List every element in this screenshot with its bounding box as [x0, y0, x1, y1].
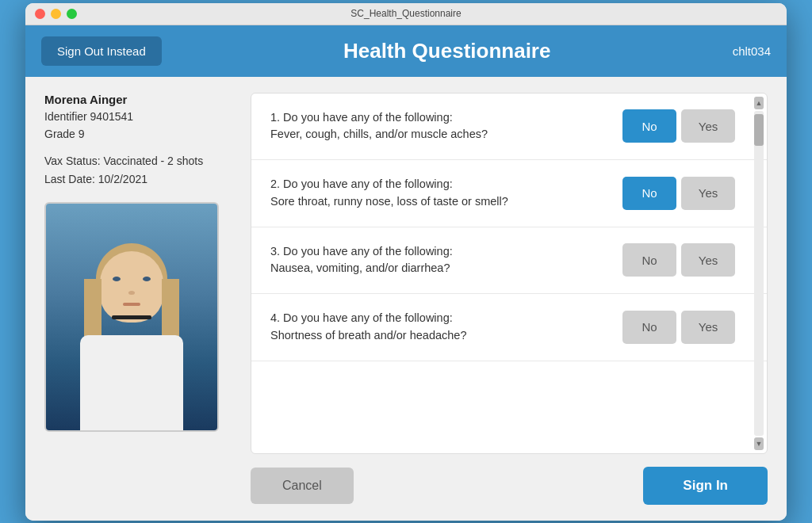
user-id-label: chlt034 — [733, 44, 771, 58]
main-content: Morena Ainger Identifier 9401541 Grade 9… — [25, 77, 787, 521]
student-name: Morena Ainger — [44, 93, 235, 106]
student-vax-status: Vax Status: Vaccinated - 2 shots — [44, 152, 235, 170]
question-1-no-button[interactable]: No — [622, 109, 676, 143]
student-identifier: Identifier 9401541 — [44, 108, 235, 125]
close-button[interactable] — [35, 9, 45, 19]
question-row-2: 2. Do you have any of the following:Sore… — [251, 160, 767, 227]
answer-buttons-3: No Yes — [622, 243, 735, 277]
question-1-yes-button[interactable]: Yes — [681, 109, 735, 143]
face — [100, 251, 163, 323]
student-figure — [46, 204, 217, 430]
student-photo — [44, 202, 219, 432]
right-eye — [143, 277, 151, 281]
scrollbar[interactable]: ▲ ▼ — [754, 97, 764, 450]
right-panel: 1. Do you have any of the following:Feve… — [251, 93, 768, 505]
window-title: SC_Health_Questionnaire — [350, 8, 461, 19]
titlebar: SC_Health_Questionnaire — [25, 3, 787, 25]
left-panel: Morena Ainger Identifier 9401541 Grade 9… — [44, 93, 251, 505]
answer-buttons-2: No Yes — [622, 177, 735, 210]
app-header: Sign Out Instead Health Questionnaire ch… — [25, 25, 787, 77]
question-text-2: 2. Do you have any of the following:Sore… — [270, 176, 603, 211]
sign-in-button[interactable]: Sign In — [643, 467, 768, 505]
left-eye — [113, 277, 121, 281]
student-info: Morena Ainger Identifier 9401541 Grade 9… — [44, 93, 235, 189]
scroll-down-button[interactable]: ▼ — [754, 437, 764, 450]
app-window: SC_Health_Questionnaire Sign Out Instead… — [25, 3, 787, 521]
question-2-yes-button[interactable]: Yes — [681, 177, 735, 210]
question-4-yes-button[interactable]: Yes — [681, 311, 735, 344]
question-text-1: 1. Do you have any of the following:Feve… — [270, 109, 603, 144]
question-3-no-button[interactable]: No — [622, 243, 676, 277]
nose — [128, 291, 135, 295]
scroll-thumb[interactable] — [754, 114, 764, 146]
maximize-button[interactable] — [67, 9, 77, 19]
body-shirt — [80, 335, 183, 430]
answer-buttons-1: No Yes — [622, 109, 735, 143]
scroll-up-button[interactable]: ▲ — [754, 97, 764, 109]
question-4-no-button[interactable]: No — [622, 311, 676, 344]
window-controls — [35, 9, 77, 19]
question-row-3: 3. Do you have any of the following:Naus… — [251, 227, 767, 295]
mouth — [123, 303, 140, 306]
bottom-actions: Cancel Sign In — [251, 467, 768, 505]
student-last-date: Last Date: 10/2/2021 — [44, 170, 235, 188]
question-row-1: 1. Do you have any of the following:Feve… — [251, 94, 767, 161]
question-text-4: 4. Do you have any of the following:Shor… — [270, 310, 603, 345]
sign-out-button[interactable]: Sign Out Instead — [41, 36, 162, 66]
cancel-button[interactable]: Cancel — [251, 468, 354, 504]
minimize-button[interactable] — [51, 9, 61, 19]
question-text-3: 3. Do you have any of the following:Naus… — [270, 243, 603, 278]
questions-box: 1. Do you have any of the following:Feve… — [251, 93, 768, 454]
answer-buttons-4: No Yes — [622, 311, 735, 344]
student-grade: Grade 9 — [44, 125, 235, 143]
scroll-track — [754, 111, 764, 436]
question-3-yes-button[interactable]: Yes — [681, 243, 735, 277]
choker — [112, 315, 151, 319]
question-row-4: 4. Do you have any of the following:Shor… — [251, 294, 767, 361]
question-2-no-button[interactable]: No — [622, 177, 676, 210]
page-title: Health Questionnaire — [343, 39, 551, 63]
